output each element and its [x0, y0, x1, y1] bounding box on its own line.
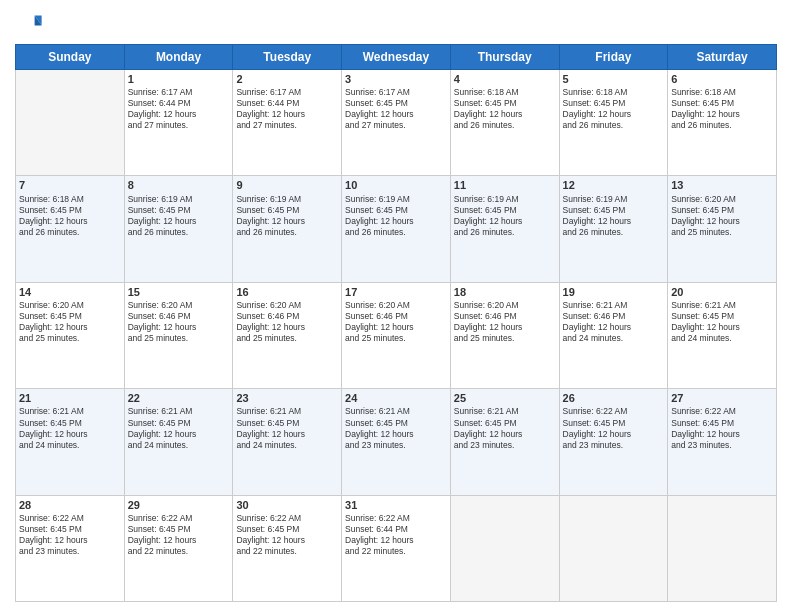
calendar-cell: 3Sunrise: 6:17 AM Sunset: 6:45 PM Daylig…	[342, 70, 451, 176]
calendar-cell: 12Sunrise: 6:19 AM Sunset: 6:45 PM Dayli…	[559, 176, 668, 282]
calendar-week-row: 14Sunrise: 6:20 AM Sunset: 6:45 PM Dayli…	[16, 282, 777, 388]
day-info: Sunrise: 6:18 AM Sunset: 6:45 PM Dayligh…	[563, 87, 665, 131]
day-info: Sunrise: 6:19 AM Sunset: 6:45 PM Dayligh…	[454, 194, 556, 238]
day-number: 2	[236, 72, 338, 86]
day-info: Sunrise: 6:20 AM Sunset: 6:46 PM Dayligh…	[128, 300, 230, 344]
day-number: 30	[236, 498, 338, 512]
header	[15, 10, 777, 38]
day-info: Sunrise: 6:19 AM Sunset: 6:45 PM Dayligh…	[345, 194, 447, 238]
day-info: Sunrise: 6:18 AM Sunset: 6:45 PM Dayligh…	[19, 194, 121, 238]
day-number: 17	[345, 285, 447, 299]
day-number: 20	[671, 285, 773, 299]
day-number: 4	[454, 72, 556, 86]
day-number: 31	[345, 498, 447, 512]
calendar-cell: 28Sunrise: 6:22 AM Sunset: 6:45 PM Dayli…	[16, 495, 125, 601]
day-number: 9	[236, 178, 338, 192]
calendar-cell: 5Sunrise: 6:18 AM Sunset: 6:45 PM Daylig…	[559, 70, 668, 176]
day-info: Sunrise: 6:22 AM Sunset: 6:45 PM Dayligh…	[563, 406, 665, 450]
day-info: Sunrise: 6:19 AM Sunset: 6:45 PM Dayligh…	[128, 194, 230, 238]
day-info: Sunrise: 6:18 AM Sunset: 6:45 PM Dayligh…	[671, 87, 773, 131]
header-saturday: Saturday	[668, 45, 777, 70]
calendar-cell: 25Sunrise: 6:21 AM Sunset: 6:45 PM Dayli…	[450, 389, 559, 495]
day-number: 3	[345, 72, 447, 86]
calendar-cell: 1Sunrise: 6:17 AM Sunset: 6:44 PM Daylig…	[124, 70, 233, 176]
calendar-cell: 6Sunrise: 6:18 AM Sunset: 6:45 PM Daylig…	[668, 70, 777, 176]
calendar-cell: 21Sunrise: 6:21 AM Sunset: 6:45 PM Dayli…	[16, 389, 125, 495]
calendar-cell: 20Sunrise: 6:21 AM Sunset: 6:45 PM Dayli…	[668, 282, 777, 388]
day-number: 6	[671, 72, 773, 86]
day-number: 29	[128, 498, 230, 512]
header-thursday: Thursday	[450, 45, 559, 70]
calendar-cell: 29Sunrise: 6:22 AM Sunset: 6:45 PM Dayli…	[124, 495, 233, 601]
calendar-week-row: 1Sunrise: 6:17 AM Sunset: 6:44 PM Daylig…	[16, 70, 777, 176]
day-info: Sunrise: 6:22 AM Sunset: 6:45 PM Dayligh…	[128, 513, 230, 557]
header-sunday: Sunday	[16, 45, 125, 70]
calendar-cell: 11Sunrise: 6:19 AM Sunset: 6:45 PM Dayli…	[450, 176, 559, 282]
calendar-cell: 10Sunrise: 6:19 AM Sunset: 6:45 PM Dayli…	[342, 176, 451, 282]
calendar-cell: 19Sunrise: 6:21 AM Sunset: 6:46 PM Dayli…	[559, 282, 668, 388]
day-number: 10	[345, 178, 447, 192]
calendar-cell: 14Sunrise: 6:20 AM Sunset: 6:45 PM Dayli…	[16, 282, 125, 388]
calendar-table: Sunday Monday Tuesday Wednesday Thursday…	[15, 44, 777, 602]
calendar-cell: 26Sunrise: 6:22 AM Sunset: 6:45 PM Dayli…	[559, 389, 668, 495]
day-info: Sunrise: 6:22 AM Sunset: 6:45 PM Dayligh…	[671, 406, 773, 450]
day-number: 1	[128, 72, 230, 86]
calendar-cell: 27Sunrise: 6:22 AM Sunset: 6:45 PM Dayli…	[668, 389, 777, 495]
logo-icon	[15, 10, 43, 38]
day-info: Sunrise: 6:21 AM Sunset: 6:45 PM Dayligh…	[454, 406, 556, 450]
day-number: 11	[454, 178, 556, 192]
day-info: Sunrise: 6:21 AM Sunset: 6:45 PM Dayligh…	[236, 406, 338, 450]
day-info: Sunrise: 6:22 AM Sunset: 6:44 PM Dayligh…	[345, 513, 447, 557]
weekday-header-row: Sunday Monday Tuesday Wednesday Thursday…	[16, 45, 777, 70]
day-info: Sunrise: 6:17 AM Sunset: 6:44 PM Dayligh…	[236, 87, 338, 131]
calendar-cell	[668, 495, 777, 601]
day-number: 8	[128, 178, 230, 192]
day-info: Sunrise: 6:20 AM Sunset: 6:45 PM Dayligh…	[671, 194, 773, 238]
day-info: Sunrise: 6:21 AM Sunset: 6:45 PM Dayligh…	[128, 406, 230, 450]
day-number: 21	[19, 391, 121, 405]
calendar-cell: 7Sunrise: 6:18 AM Sunset: 6:45 PM Daylig…	[16, 176, 125, 282]
day-info: Sunrise: 6:21 AM Sunset: 6:45 PM Dayligh…	[19, 406, 121, 450]
day-info: Sunrise: 6:20 AM Sunset: 6:46 PM Dayligh…	[236, 300, 338, 344]
day-number: 18	[454, 285, 556, 299]
logo	[15, 10, 47, 38]
day-info: Sunrise: 6:19 AM Sunset: 6:45 PM Dayligh…	[236, 194, 338, 238]
calendar-cell: 24Sunrise: 6:21 AM Sunset: 6:45 PM Dayli…	[342, 389, 451, 495]
day-info: Sunrise: 6:21 AM Sunset: 6:45 PM Dayligh…	[671, 300, 773, 344]
header-friday: Friday	[559, 45, 668, 70]
calendar-cell: 4Sunrise: 6:18 AM Sunset: 6:45 PM Daylig…	[450, 70, 559, 176]
calendar-cell: 9Sunrise: 6:19 AM Sunset: 6:45 PM Daylig…	[233, 176, 342, 282]
calendar-cell: 17Sunrise: 6:20 AM Sunset: 6:46 PM Dayli…	[342, 282, 451, 388]
calendar-cell: 30Sunrise: 6:22 AM Sunset: 6:45 PM Dayli…	[233, 495, 342, 601]
calendar-week-row: 28Sunrise: 6:22 AM Sunset: 6:45 PM Dayli…	[16, 495, 777, 601]
day-number: 19	[563, 285, 665, 299]
header-wednesday: Wednesday	[342, 45, 451, 70]
day-info: Sunrise: 6:21 AM Sunset: 6:45 PM Dayligh…	[345, 406, 447, 450]
page: Sunday Monday Tuesday Wednesday Thursday…	[0, 0, 792, 612]
calendar-cell: 16Sunrise: 6:20 AM Sunset: 6:46 PM Dayli…	[233, 282, 342, 388]
day-number: 23	[236, 391, 338, 405]
day-number: 27	[671, 391, 773, 405]
header-monday: Monday	[124, 45, 233, 70]
day-number: 26	[563, 391, 665, 405]
day-number: 5	[563, 72, 665, 86]
day-number: 24	[345, 391, 447, 405]
day-info: Sunrise: 6:22 AM Sunset: 6:45 PM Dayligh…	[19, 513, 121, 557]
calendar-cell: 8Sunrise: 6:19 AM Sunset: 6:45 PM Daylig…	[124, 176, 233, 282]
day-number: 28	[19, 498, 121, 512]
day-number: 14	[19, 285, 121, 299]
calendar-cell: 23Sunrise: 6:21 AM Sunset: 6:45 PM Dayli…	[233, 389, 342, 495]
day-number: 22	[128, 391, 230, 405]
day-info: Sunrise: 6:17 AM Sunset: 6:45 PM Dayligh…	[345, 87, 447, 131]
day-info: Sunrise: 6:19 AM Sunset: 6:45 PM Dayligh…	[563, 194, 665, 238]
calendar-cell: 2Sunrise: 6:17 AM Sunset: 6:44 PM Daylig…	[233, 70, 342, 176]
day-info: Sunrise: 6:22 AM Sunset: 6:45 PM Dayligh…	[236, 513, 338, 557]
day-number: 13	[671, 178, 773, 192]
day-info: Sunrise: 6:20 AM Sunset: 6:46 PM Dayligh…	[454, 300, 556, 344]
day-number: 15	[128, 285, 230, 299]
calendar-cell: 18Sunrise: 6:20 AM Sunset: 6:46 PM Dayli…	[450, 282, 559, 388]
day-info: Sunrise: 6:21 AM Sunset: 6:46 PM Dayligh…	[563, 300, 665, 344]
calendar-week-row: 21Sunrise: 6:21 AM Sunset: 6:45 PM Dayli…	[16, 389, 777, 495]
calendar-cell: 13Sunrise: 6:20 AM Sunset: 6:45 PM Dayli…	[668, 176, 777, 282]
day-info: Sunrise: 6:17 AM Sunset: 6:44 PM Dayligh…	[128, 87, 230, 131]
